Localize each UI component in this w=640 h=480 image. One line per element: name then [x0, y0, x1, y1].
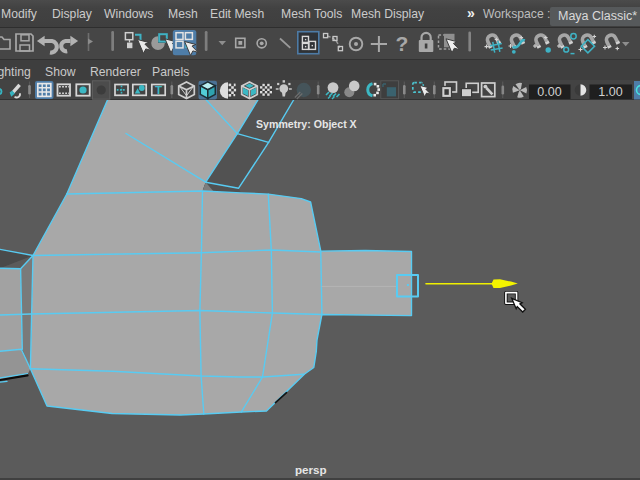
svg-text:T: T: [155, 84, 162, 96]
svg-text:0.00: 0.00: [537, 85, 561, 99]
svg-text:?: ?: [396, 32, 409, 55]
svg-text:1.00: 1.00: [598, 85, 622, 99]
